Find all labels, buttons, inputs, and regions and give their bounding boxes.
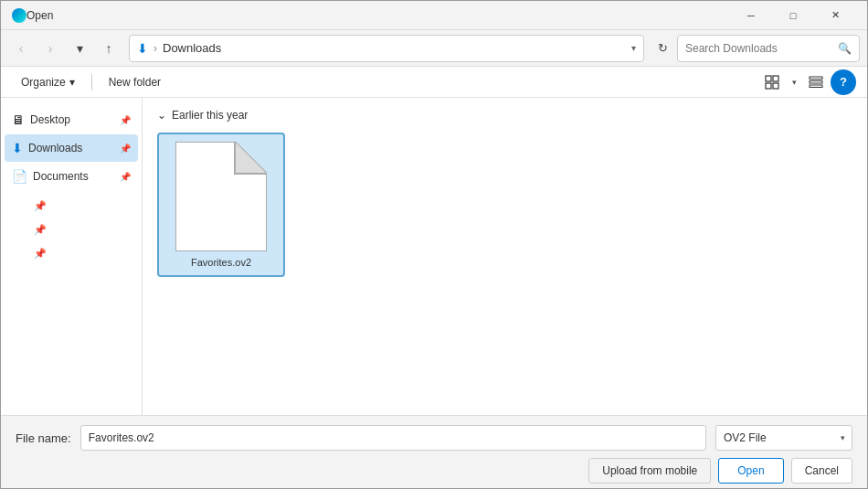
section-header: ⌄ Earlier this year bbox=[157, 109, 852, 122]
file-icon-svg bbox=[175, 142, 267, 251]
pin-item-icon-3: 📌 bbox=[34, 248, 47, 260]
pin-item-2[interactable]: 📌 bbox=[8, 218, 134, 240]
address-dropdown-arrow[interactable]: ▾ bbox=[631, 43, 636, 53]
back-button[interactable]: ‹ bbox=[8, 36, 34, 61]
refresh-button[interactable]: ↻ bbox=[651, 37, 673, 59]
sidebar-item-desktop[interactable]: 🖥 Desktop 📌 bbox=[5, 106, 138, 133]
pin-item-icon-2: 📌 bbox=[34, 224, 47, 236]
svg-rect-6 bbox=[810, 85, 822, 88]
secondary-toolbar: Organize ▾ New folder ▾ bbox=[1, 67, 867, 98]
title-bar: Open ─ □ ✕ bbox=[1, 1, 867, 30]
section-title: Earlier this year bbox=[172, 109, 248, 122]
cancel-button[interactable]: Cancel bbox=[791, 458, 852, 484]
dialog-title: Open bbox=[26, 9, 730, 22]
svg-rect-1 bbox=[773, 76, 778, 81]
sidebar-item-downloads[interactable]: ⬇ Downloads 📌 bbox=[5, 134, 138, 162]
forward-button[interactable]: › bbox=[37, 36, 63, 61]
file-item[interactable]: Favorites.ov2 bbox=[157, 133, 285, 277]
pin-item-1[interactable]: 📌 bbox=[8, 195, 134, 217]
close-button[interactable]: ✕ bbox=[814, 1, 856, 30]
open-button[interactable]: Open bbox=[718, 458, 783, 484]
desktop-icon: 🖥 bbox=[12, 112, 25, 127]
file-name: Favorites.ov2 bbox=[191, 257, 251, 268]
svg-rect-3 bbox=[773, 83, 778, 89]
search-box[interactable]: 🔍 bbox=[677, 35, 860, 62]
sidebar-label-desktop: Desktop bbox=[30, 113, 114, 126]
view-controls: ▾ ? bbox=[759, 69, 856, 95]
svg-rect-0 bbox=[766, 76, 771, 81]
download-icon: ⬇ bbox=[137, 41, 148, 56]
address-toolbar: ‹ › ▾ ↑ ⬇ › Downloads ▾ ↻ 🔍 bbox=[1, 30, 867, 67]
pin-icon-documents: 📌 bbox=[120, 172, 131, 182]
file-grid: Favorites.ov2 bbox=[157, 133, 852, 277]
filename-label: File name: bbox=[16, 431, 71, 445]
sidebar-item-documents[interactable]: 📄 Documents 📌 bbox=[5, 163, 138, 190]
address-bar[interactable]: ⬇ › Downloads ▾ bbox=[129, 35, 644, 62]
sidebar-label-documents: Documents bbox=[33, 170, 114, 183]
section-toggle[interactable]: ⌄ bbox=[157, 109, 166, 122]
sidebar-label-downloads: Downloads bbox=[28, 142, 114, 154]
svg-rect-5 bbox=[810, 80, 822, 83]
filetype-select[interactable]: OV2 File All Files bbox=[715, 425, 852, 451]
open-dialog: Open ─ □ ✕ ‹ › ▾ ↑ ⬇ › Downloads ▾ ↻ 🔍 O… bbox=[0, 0, 868, 489]
organize-label: Organize bbox=[21, 76, 66, 89]
search-input[interactable] bbox=[685, 42, 834, 55]
svg-marker-7 bbox=[175, 142, 267, 251]
svg-rect-2 bbox=[766, 83, 771, 89]
filetype-wrapper: OV2 File All Files ▾ bbox=[715, 425, 852, 451]
footer: File name: OV2 File All Files ▾ Upload f… bbox=[1, 415, 867, 488]
action-row: Upload from mobile Open Cancel bbox=[16, 458, 852, 484]
view-icon-button[interactable] bbox=[759, 69, 785, 95]
content-area: ⌄ Earlier this year Favorites.ov2 bbox=[143, 98, 867, 415]
pin-area: 📌 📌 📌 bbox=[1, 191, 142, 264]
dropdown-button[interactable]: ▾ bbox=[67, 36, 92, 61]
help-button[interactable]: ? bbox=[831, 69, 856, 95]
toolbar-separator bbox=[91, 74, 92, 90]
maximize-button[interactable]: □ bbox=[772, 1, 814, 30]
filename-row: File name: OV2 File All Files ▾ bbox=[16, 425, 852, 451]
up-button[interactable]: ↑ bbox=[96, 36, 122, 61]
pin-icon-downloads: 📌 bbox=[120, 144, 131, 154]
pin-icon-desktop: 📌 bbox=[120, 115, 131, 125]
view-dropdown-button[interactable]: ▾ bbox=[787, 69, 801, 95]
minimize-button[interactable]: ─ bbox=[730, 1, 772, 30]
documents-icon: 📄 bbox=[12, 169, 27, 184]
new-folder-label: New folder bbox=[109, 76, 161, 89]
pin-item-icon-1: 📌 bbox=[34, 200, 47, 212]
downloads-icon: ⬇ bbox=[12, 141, 23, 155]
details-view-button[interactable] bbox=[803, 69, 829, 95]
pin-item-3[interactable]: 📌 bbox=[8, 242, 134, 264]
svg-rect-4 bbox=[810, 77, 822, 80]
search-icon[interactable]: 🔍 bbox=[838, 42, 852, 55]
sidebar: 🖥 Desktop 📌 ⬇ Downloads 📌 📄 Documents 📌 … bbox=[1, 98, 143, 415]
window-controls: ─ □ ✕ bbox=[730, 1, 856, 30]
main-area: 🖥 Desktop 📌 ⬇ Downloads 📌 📄 Documents 📌 … bbox=[1, 98, 867, 415]
upload-from-mobile-button[interactable]: Upload from mobile bbox=[588, 458, 711, 484]
organize-button[interactable]: Organize ▾ bbox=[12, 70, 84, 94]
new-folder-button[interactable]: New folder bbox=[100, 70, 170, 94]
organize-arrow: ▾ bbox=[69, 76, 75, 89]
current-path: Downloads bbox=[163, 41, 626, 55]
address-separator: › bbox=[153, 42, 157, 55]
app-icon bbox=[12, 8, 26, 23]
file-icon-wrapper bbox=[175, 142, 267, 251]
filename-input[interactable] bbox=[80, 425, 706, 451]
